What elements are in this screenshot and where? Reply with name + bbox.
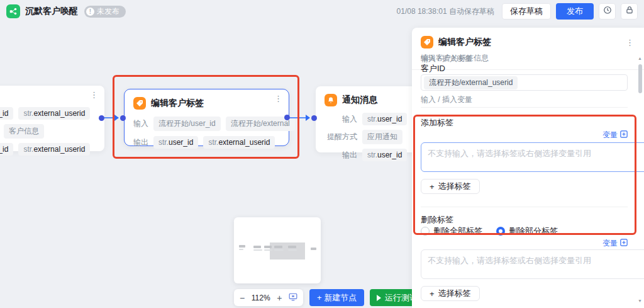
- node-tag: str.external_userid: [18, 107, 90, 120]
- edge-arrow-icon: [306, 115, 310, 121]
- add-tag-label: 添加标签: [421, 117, 628, 128]
- variable-chip[interactable]: 流程开始/external_userid: [424, 76, 518, 89]
- node-tag: str.user_id: [362, 149, 407, 161]
- add-tag-variable-link[interactable]: 变量: [421, 130, 628, 140]
- delete-select-tag-button[interactable]: + 选择标签: [421, 286, 480, 301]
- top-bar: 沉默客户唤醒 ! 未发布 01/08 18:38:01 自动保存草稿 保存草稿 …: [0, 0, 644, 23]
- port-out-edit-node[interactable]: [284, 115, 290, 120]
- plus-square-icon: [620, 239, 628, 248]
- new-node-button[interactable]: + 新建节点: [309, 289, 364, 306]
- play-icon: [377, 295, 381, 301]
- add-tag-textarea[interactable]: [421, 142, 644, 172]
- bell-icon: [325, 94, 337, 106]
- customer-id-label: 客户ID: [421, 63, 628, 74]
- app-logo-icon: [6, 4, 20, 18]
- info-icon: !: [86, 8, 94, 16]
- scrollbar-thumb[interactable]: [638, 64, 642, 93]
- autosave-status: 01/08 18:38:01 自动保存草稿: [397, 6, 494, 17]
- node-tag: str.external_userid: [18, 143, 90, 156]
- add-select-tag-button[interactable]: + 选择标签: [421, 179, 480, 194]
- app-root: 沉默客户唤醒 ! 未发布 01/08 18:38:01 自动保存草稿 保存草稿 …: [0, 0, 644, 308]
- scroll-down-icon[interactable]: ▼: [638, 299, 642, 303]
- config-panel: 编辑客户标签 ⋮ 编辑客户的标签信息 输入 / 插入变量 客户ID 流程开始/e…: [412, 28, 644, 308]
- radio-delete-partial[interactable]: 删除部分标签: [496, 225, 558, 237]
- port-out-left-node[interactable]: [99, 115, 104, 121]
- delete-tag-textarea[interactable]: [421, 249, 644, 279]
- topbar-actions: 01/08 18:38:01 自动保存草稿 保存草稿 发布: [397, 3, 638, 20]
- delete-tag-variable-link[interactable]: 变量: [421, 238, 628, 249]
- more-icon[interactable]: ⋮: [274, 94, 282, 103]
- minimap[interactable]: [234, 217, 321, 283]
- edge-arrow-icon: [114, 115, 119, 121]
- port-in-notify-node[interactable]: [311, 115, 317, 121]
- more-icon[interactable]: ⋮: [626, 38, 634, 47]
- fit-screen-icon[interactable]: [289, 293, 297, 302]
- node-tag: str.user_id: [0, 107, 13, 120]
- node-tag: str.user_id: [153, 136, 198, 149]
- node-title: 编辑客户标签: [151, 98, 204, 109]
- radio-unchecked-icon: [421, 227, 430, 236]
- node-tag: 流程开始/user_id: [153, 117, 221, 131]
- node-title: 通知消息: [342, 94, 377, 106]
- plus-icon: +: [430, 289, 435, 299]
- divider: [421, 107, 628, 108]
- publish-button[interactable]: 发布: [556, 3, 594, 20]
- zoom-out-button[interactable]: −: [240, 294, 245, 302]
- clock-icon: [603, 6, 612, 17]
- node-tag: str.external_userid: [203, 136, 275, 149]
- status-badge-label: 未发布: [97, 6, 119, 17]
- price-tag-icon: [133, 97, 146, 110]
- lock-button[interactable]: [621, 3, 638, 20]
- status-badge: ! 未发布: [84, 6, 126, 18]
- edge-line: [104, 117, 114, 118]
- node-tag: 客户信息: [4, 124, 44, 139]
- zoom-in-button[interactable]: +: [277, 294, 282, 302]
- edge-line: [289, 117, 306, 118]
- port-in-edit-node[interactable]: [120, 115, 126, 121]
- zoom-toolbar: − 112% +: [234, 289, 303, 306]
- history-button[interactable]: [599, 3, 616, 20]
- lock-icon: [625, 6, 634, 17]
- panel-title: 编辑客户标签: [438, 37, 491, 48]
- node-tag: str.user_id: [0, 143, 13, 156]
- price-tag-icon: [421, 36, 433, 48]
- flow-title: 沉默客户唤醒: [25, 6, 78, 17]
- scroll-up-icon[interactable]: ▲: [638, 56, 642, 60]
- radio-checked-icon: [496, 227, 505, 236]
- more-icon[interactable]: ⋮: [90, 91, 98, 99]
- divider: [421, 207, 628, 207]
- node-tag: str.user_id: [362, 113, 407, 125]
- delete-tag-radio-group: 删除全部标签 删除部分标签: [421, 225, 628, 237]
- customer-id-input[interactable]: 流程开始/external_userid: [421, 74, 628, 91]
- node-flow-start[interactable]: ⋮ str.user_id str.external_userid 客户信息 s…: [0, 86, 104, 151]
- insert-variable-hint: 输入 / 插入变量: [421, 94, 628, 105]
- node-edit-customer-tag[interactable]: ⋮ 编辑客户标签 输入 流程开始/user_id 流程开始/external 输…: [124, 89, 289, 146]
- node-tag: 应用通知: [362, 130, 402, 144]
- plus-square-icon: [620, 130, 628, 140]
- zoom-level: 112%: [252, 294, 270, 302]
- delete-tag-label: 删除标签: [421, 214, 628, 225]
- plus-icon: +: [430, 182, 435, 191]
- save-draft-button[interactable]: 保存草稿: [502, 3, 551, 20]
- radio-delete-all[interactable]: 删除全部标签: [421, 225, 482, 237]
